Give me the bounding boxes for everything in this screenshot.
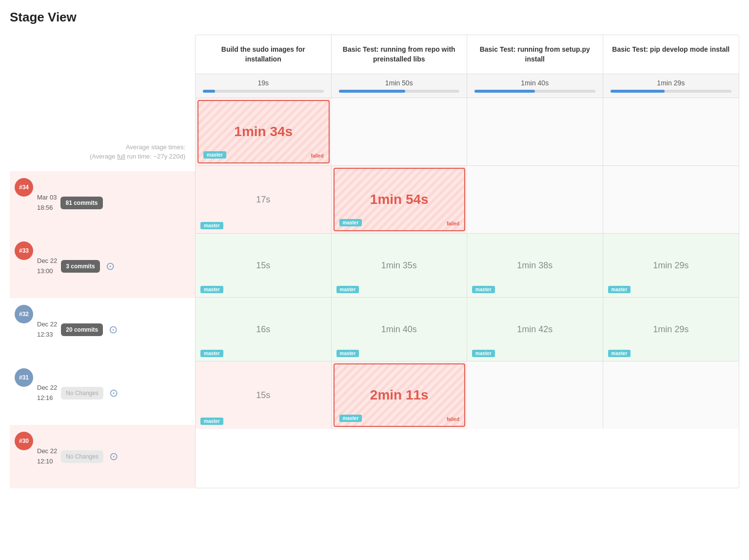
left-header-spacer [10,35,195,132]
build-cell-0-3[interactable] [603,98,739,165]
commits-badge-1[interactable]: 3 commits [61,260,99,273]
page-title: Stage View [10,10,739,25]
avg-time-cell-1: 1min 50s [332,74,468,98]
commits-badge-0[interactable]: 81 commits [60,197,102,209]
master-tag-3-2: master [472,350,495,357]
left-build-row-4: #30Dec 2212:10No Changes⊙ [10,425,195,488]
build-cell-2-2[interactable]: 1min 38smaster [467,234,603,297]
build-cell-0-1[interactable] [332,98,468,165]
col-header-col2: Basic Test: running from repo with prein… [332,35,468,74]
build-badge-1[interactable]: #33 [15,241,33,260]
build-cell-0-0[interactable]: 1min 34smasterfailed [197,100,330,163]
build-grid-row-2: 15smaster1min 35smaster1min 38smaster1mi… [196,234,739,298]
clock-icon-3: ⊙ [109,387,118,400]
grid-header: Build the sudo images for installationBa… [196,35,739,74]
build-cell-1-0[interactable]: 17smaster [196,166,332,233]
build-cell-3-1[interactable]: 1min 40smaster [332,298,468,361]
build-cell-2-3[interactable]: 1min 29smaster [603,234,739,297]
build-cell-3-2[interactable]: 1min 42smaster [467,298,603,361]
avg-time-cell-0: 19s [196,74,332,98]
master-tag-2-0: master [200,286,223,293]
clock-icon-1: ⊙ [106,260,115,273]
master-tag-4-1: master [339,415,362,422]
build-badge-2[interactable]: #32 [15,305,33,323]
avg-label-row: Average stage times: (Average full run t… [10,132,195,171]
build-grid-rows: 1min 34smasterfailed17smaster1min 54smas… [196,98,739,429]
avg-time-cell-2: 1min 40s [467,74,603,98]
build-grid-row-4: 15smaster2min 11smasterfailed [196,361,739,429]
master-tag-3-0: master [200,350,223,357]
col-header-col4: Basic Test: pip develop mode install [603,35,739,74]
master-tag-2-3: master [608,286,631,293]
build-cell-4-1[interactable]: 2min 11smasterfailed [334,363,466,427]
build-cell-1-2[interactable] [467,166,603,233]
build-cell-3-3[interactable]: 1min 29smaster [603,298,739,361]
master-tag-2-1: master [336,286,359,293]
left-column: Average stage times: (Average full run t… [10,35,195,488]
build-badge-4[interactable]: #30 [15,432,33,450]
right-grid: Build the sudo images for installationBa… [195,35,739,488]
left-build-row-2: #32Dec 2212:3320 commits⊙ [10,298,195,361]
avg-text: Average stage times: (Average full run t… [90,142,185,161]
master-tag-2-2: master [472,286,495,293]
master-tag-3-1: master [336,350,359,357]
build-badge-0[interactable]: #34 [15,178,33,197]
master-tag-1-1: master [339,219,362,226]
col-header-col1: Build the sudo images for installation [196,35,332,74]
master-tag-3-3: master [608,350,631,357]
left-builds: #34Mar 0318:5681 commits#33Dec 2213:003 … [10,171,195,488]
build-grid-row-0: 1min 34smasterfailed [196,98,739,166]
left-build-row-0: #34Mar 0318:5681 commits [10,171,195,235]
build-cell-1-1[interactable]: 1min 54smasterfailed [334,168,466,231]
build-badge-3[interactable]: #31 [15,368,33,387]
build-cell-1-3[interactable] [603,166,739,233]
clock-icon-2: ⊙ [109,323,118,336]
build-cell-4-2[interactable] [467,361,603,429]
no-changes-badge-3: No Changes [61,387,103,400]
build-cell-0-2[interactable] [467,98,603,165]
build-cell-2-1[interactable]: 1min 35smaster [332,234,468,297]
failed-tag-4-1: failed [447,417,459,422]
avg-time-cell-3: 1min 29s [603,74,739,98]
master-tag-0-0: master [203,151,226,159]
stage-view: Average stage times: (Average full run t… [10,35,739,488]
left-build-row-3: #31Dec 2212:16No Changes⊙ [10,361,195,425]
avg-times-row: 19s1min 50s1min 40s1min 29s [196,74,739,98]
build-cell-2-0[interactable]: 15smaster [196,234,332,297]
build-grid-row-1: 17smaster1min 54smasterfailed [196,166,739,234]
failed-tag-1-1: failed [447,221,459,226]
master-tag-4-0: master [200,418,223,425]
build-cell-4-3[interactable] [603,361,739,429]
no-changes-badge-4: No Changes [61,450,103,463]
col-header-col3: Basic Test: running from setup.py instal… [467,35,603,74]
master-tag-1-0: master [200,222,223,229]
clock-icon-4: ⊙ [109,450,118,463]
build-cell-4-0[interactable]: 15smaster [196,361,332,429]
commits-badge-2[interactable]: 20 commits [61,323,103,336]
build-grid-row-3: 16smaster1min 40smaster1min 42smaster1mi… [196,298,739,361]
build-cell-3-0[interactable]: 16smaster [196,298,332,361]
failed-tag-0-0: failed [311,153,323,159]
left-build-row-1: #33Dec 2213:003 commits⊙ [10,235,195,298]
